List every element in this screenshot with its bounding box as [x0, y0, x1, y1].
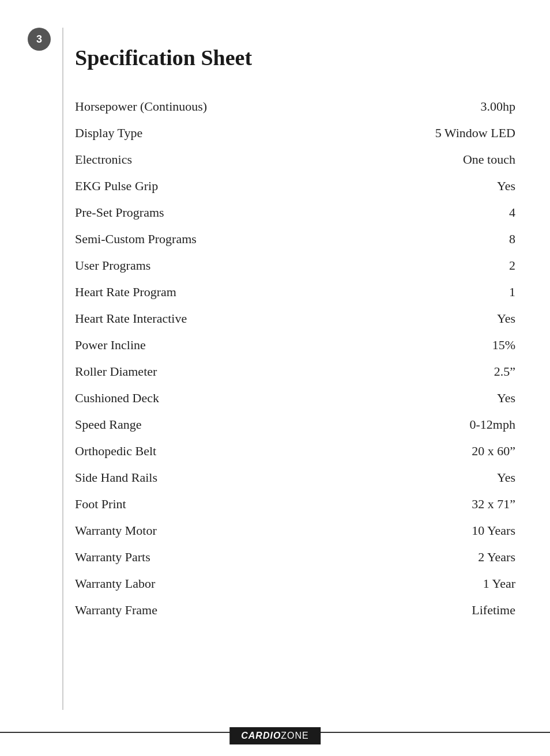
spec-row: Heart Rate Program1 [75, 279, 515, 305]
spec-value: Yes [497, 311, 515, 326]
spec-value: 3.00hp [481, 99, 516, 114]
spec-label: User Programs [75, 258, 150, 273]
spec-row: Side Hand RailsYes [75, 464, 515, 491]
spec-row: Horsepower (Continuous)3.00hp [75, 93, 515, 120]
spec-row: EKG Pulse GripYes [75, 173, 515, 199]
spec-row: Heart Rate InteractiveYes [75, 305, 515, 332]
spec-row: Power Incline15% [75, 332, 515, 358]
page: 3 Specification Sheet Horsepower (Contin… [0, 0, 550, 756]
spec-row: Roller Diameter2.5” [75, 358, 515, 385]
spec-label: Pre-Set Programs [75, 205, 164, 220]
spec-value: 15% [492, 338, 515, 353]
spec-row: Warranty Motor10 Years [75, 517, 515, 544]
brand-cardio: CARDIO [241, 731, 281, 740]
spec-label: Display Type [75, 126, 142, 141]
spec-value: Lifetime [472, 603, 515, 618]
spec-label: Warranty Frame [75, 603, 157, 618]
spec-label: Heart Rate Interactive [75, 311, 187, 326]
spec-row: Warranty FrameLifetime [75, 597, 515, 623]
spec-row: Foot Print32 x 71” [75, 491, 515, 517]
spec-row: Warranty Parts2 Years [75, 544, 515, 570]
spec-label: Cushioned Deck [75, 391, 159, 406]
spec-label: Heart Rate Program [75, 285, 176, 300]
spec-value: 2 Years [478, 550, 515, 565]
spec-value: 2 [509, 258, 515, 273]
spec-label: Electronics [75, 152, 132, 167]
spec-label: Horsepower (Continuous) [75, 99, 207, 114]
spec-value: 8 [509, 232, 515, 247]
spec-row: Cushioned DeckYes [75, 385, 515, 411]
spec-row: Orthopedic Belt20 x 60” [75, 438, 515, 464]
spec-label: Orthopedic Belt [75, 444, 156, 459]
spec-value: 5 Window LED [435, 126, 515, 141]
spec-value: Yes [497, 470, 515, 485]
spec-row: ElectronicsOne touch [75, 146, 515, 173]
spec-value: 20 x 60” [472, 444, 515, 459]
spec-value: Yes [497, 179, 515, 194]
spec-row: User Programs2 [75, 252, 515, 279]
spec-label: Speed Range [75, 417, 141, 432]
spec-value: 0-12mph [470, 417, 515, 432]
spec-label: Semi-Custom Programs [75, 232, 197, 247]
spec-label: EKG Pulse Grip [75, 179, 158, 194]
spec-value: 32 x 71” [472, 497, 515, 512]
footer: CARDIOZONE [0, 721, 550, 756]
spec-label: Side Hand Rails [75, 470, 157, 485]
spec-table: Horsepower (Continuous)3.00hpDisplay Typ… [75, 93, 515, 623]
spec-label: Foot Print [75, 497, 126, 512]
spec-row: Warranty Labor1 Year [75, 570, 515, 597]
vertical-divider [62, 28, 63, 710]
brand-zone: ZONE [281, 731, 308, 740]
spec-value: 1 [509, 285, 515, 300]
page-title: Specification Sheet [75, 45, 515, 70]
spec-value: 2.5” [494, 364, 515, 379]
spec-row: Display Type5 Window LED [75, 120, 515, 146]
spec-value: 10 Years [472, 523, 515, 538]
spec-label: Warranty Labor [75, 576, 155, 591]
spec-label: Warranty Motor [75, 523, 157, 538]
spec-label: Warranty Parts [75, 550, 150, 565]
spec-value: One touch [463, 152, 515, 167]
spec-label: Roller Diameter [75, 364, 157, 379]
brand-name: CARDIOZONE [241, 731, 309, 741]
spec-row: Semi-Custom Programs8 [75, 226, 515, 252]
spec-value: 4 [509, 205, 515, 220]
brand-badge: CARDIOZONE [229, 727, 321, 744]
spec-value: Yes [497, 391, 515, 406]
spec-value: 1 Year [483, 576, 515, 591]
spec-row: Pre-Set Programs4 [75, 199, 515, 226]
page-number: 3 [28, 28, 51, 51]
main-content: Specification Sheet Horsepower (Continuo… [75, 23, 515, 623]
spec-label: Power Incline [75, 338, 146, 353]
spec-row: Speed Range0-12mph [75, 411, 515, 438]
